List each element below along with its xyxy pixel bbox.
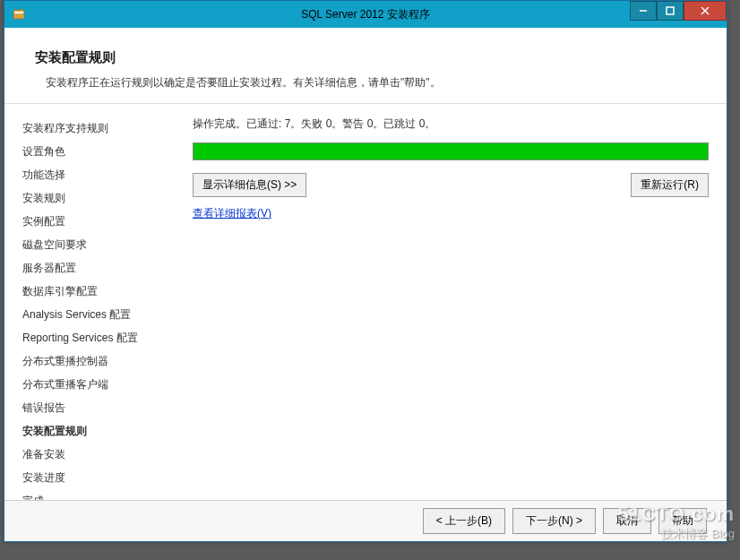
sidebar-item[interactable]: Reporting Services 配置 bbox=[22, 326, 175, 349]
installer-window: SQL Server 2012 安装程序 安装配置规则 安装程序正在运行规则以确… bbox=[4, 0, 727, 542]
progress-bar bbox=[193, 142, 709, 160]
sidebar-item[interactable]: 错误报告 bbox=[22, 396, 175, 419]
window-controls bbox=[630, 1, 727, 21]
sidebar: 安装程序支持规则设置角色功能选择安装规则实例配置磁盘空间要求服务器配置数据库引擎… bbox=[4, 104, 175, 530]
svg-rect-0 bbox=[13, 10, 24, 19]
back-button[interactable]: < 上一步(B) bbox=[423, 508, 505, 534]
page-title: 安装配置规则 bbox=[35, 49, 696, 66]
next-button[interactable]: 下一步(N) > bbox=[512, 508, 596, 534]
cancel-button[interactable]: 取消 bbox=[603, 508, 651, 534]
sidebar-item[interactable]: 服务器配置 bbox=[22, 256, 175, 280]
titlebar[interactable]: SQL Server 2012 安装程序 bbox=[4, 1, 727, 28]
maximize-button[interactable] bbox=[657, 1, 684, 21]
sidebar-item[interactable]: 安装程序支持规则 bbox=[22, 116, 175, 140]
view-report-link[interactable]: 查看详细报表(V) bbox=[193, 207, 271, 220]
close-button[interactable] bbox=[684, 1, 727, 21]
header-panel: 安装配置规则 安装程序正在运行规则以确定是否要阻止安装过程。有关详细信息，请单击… bbox=[4, 28, 727, 104]
sidebar-item[interactable]: 准备安装 bbox=[22, 443, 175, 466]
sidebar-item[interactable]: 设置角色 bbox=[22, 140, 175, 163]
body-area: 安装程序支持规则设置角色功能选择安装规则实例配置磁盘空间要求服务器配置数据库引擎… bbox=[4, 104, 727, 530]
minimize-button[interactable] bbox=[630, 1, 657, 21]
show-details-button[interactable]: 显示详细信息(S) >> bbox=[193, 173, 306, 197]
action-row: 显示详细信息(S) >> 重新运行(R) bbox=[193, 173, 709, 197]
sidebar-item[interactable]: 分布式重播控制器 bbox=[22, 349, 175, 373]
sidebar-item[interactable]: 安装配置规则 bbox=[22, 419, 175, 443]
main-panel: 操作完成。已通过: 7。失败 0。警告 0。已跳过 0。 显示详细信息(S) >… bbox=[175, 104, 727, 530]
help-button[interactable]: 帮助 bbox=[658, 508, 707, 534]
page-description: 安装程序正在运行规则以确定是否要阻止安装过程。有关详细信息，请单击"帮助"。 bbox=[46, 75, 696, 90]
sidebar-item[interactable]: 分布式重播客户端 bbox=[22, 373, 175, 396]
sidebar-item[interactable]: 数据库引擎配置 bbox=[22, 280, 175, 303]
svg-rect-1 bbox=[14, 12, 23, 13]
svg-rect-3 bbox=[667, 7, 674, 14]
window-title: SQL Server 2012 安装程序 bbox=[301, 7, 430, 22]
status-text: 操作完成。已通过: 7。失败 0。警告 0。已跳过 0。 bbox=[193, 116, 709, 132]
sidebar-item[interactable]: 安装规则 bbox=[22, 186, 175, 210]
rerun-button[interactable]: 重新运行(R) bbox=[631, 173, 709, 197]
app-icon bbox=[12, 7, 26, 22]
sidebar-item[interactable]: 功能选择 bbox=[22, 163, 175, 186]
sidebar-item[interactable]: 实例配置 bbox=[22, 210, 175, 233]
sidebar-item[interactable]: 磁盘空间要求 bbox=[22, 233, 175, 256]
sidebar-item[interactable]: Analysis Services 配置 bbox=[22, 303, 175, 326]
footer: < 上一步(B) 下一步(N) > 取消 帮助 bbox=[4, 500, 727, 541]
sidebar-item[interactable]: 安装进度 bbox=[22, 466, 175, 489]
